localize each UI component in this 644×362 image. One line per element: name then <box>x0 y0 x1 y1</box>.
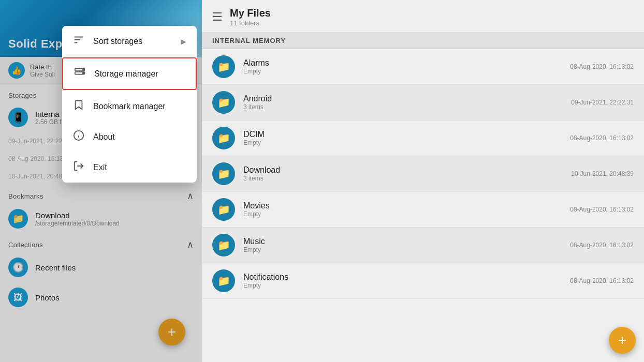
exit-icon <box>72 160 85 174</box>
file-date: 08-Aug-2020, 16:13:02 <box>570 277 634 284</box>
about-icon <box>72 130 85 144</box>
about-label: About <box>93 132 115 142</box>
sort-arrow-icon: ▶ <box>181 37 186 46</box>
folder-icon: 📁 <box>212 91 235 114</box>
storage-manager-icon <box>74 67 86 81</box>
storage-manager-label: Storage manager <box>94 69 158 79</box>
file-row[interactable]: 📁 Download 3 items 10-Jun-2021, 20:48:39 <box>202 156 644 192</box>
folder-icon: 📁 <box>212 127 235 149</box>
file-name: Music <box>243 237 562 246</box>
exit-label: Exit <box>93 163 107 172</box>
folder-icon: 📁 <box>212 269 235 292</box>
file-meta: Empty <box>243 139 562 146</box>
file-row[interactable]: 📁 Movies Empty 08-Aug-2020, 16:13:02 <box>202 192 644 228</box>
folder-icon: 📁 <box>212 198 235 221</box>
file-name: Movies <box>243 201 562 210</box>
folder-icon: 📁 <box>212 234 235 257</box>
file-meta: Empty <box>243 68 562 75</box>
file-meta: Empty <box>243 282 562 289</box>
svg-point-5 <box>83 69 84 70</box>
file-row[interactable]: 📁 Android 3 items 09-Jun-2021, 22:22:31 <box>202 85 644 120</box>
hamburger-icon[interactable]: ☰ <box>212 10 223 24</box>
sidebar: Solid Exp 👍 Rate th Give Soli Storages 📱… <box>0 0 202 362</box>
file-name: Android <box>243 94 563 103</box>
file-name: Download <box>243 165 563 175</box>
add-button[interactable]: + <box>609 327 636 354</box>
internal-memory-banner: INTERNAL MEMORY <box>202 33 644 49</box>
folder-icon: 📁 <box>212 162 235 185</box>
menu-item-exit[interactable]: Exit <box>62 152 197 183</box>
file-date: 09-Jun-2021, 22:22:31 <box>571 99 634 106</box>
main-title: My Files <box>230 7 271 19</box>
file-name: Alarms <box>243 58 562 68</box>
file-date: 08-Aug-2020, 16:13:02 <box>570 63 634 70</box>
main-subtitle: 11 folders <box>230 19 271 27</box>
menu-item-storage[interactable]: Storage manager <box>62 57 197 90</box>
context-menu: Sort storages ▶ Storage manager <box>62 26 197 183</box>
main-header: ☰ My Files 11 folders <box>202 0 644 33</box>
file-meta: Empty <box>243 246 562 253</box>
svg-point-6 <box>83 72 84 73</box>
file-list: 📁 Alarms Empty 08-Aug-2020, 16:13:02 📁 A… <box>202 49 644 362</box>
menu-item-bookmark[interactable]: Bookmark manager <box>62 91 197 122</box>
sort-icon <box>72 34 85 48</box>
file-name: DCIM <box>243 130 562 139</box>
sort-label: Sort storages <box>93 37 142 46</box>
file-row[interactable]: 📁 DCIM Empty 08-Aug-2020, 16:13:02 <box>202 120 644 156</box>
file-date: 08-Aug-2020, 16:13:02 <box>570 206 634 213</box>
file-row[interactable]: 📁 Alarms Empty 08-Aug-2020, 16:13:02 <box>202 49 644 85</box>
folder-icon: 📁 <box>212 55 235 78</box>
file-meta: Empty <box>243 210 562 218</box>
file-meta: 3 items <box>243 103 563 111</box>
file-row[interactable]: 📁 Notifications Empty 08-Aug-2020, 16:13… <box>202 263 644 299</box>
file-date: 08-Aug-2020, 16:13:02 <box>570 242 634 249</box>
file-row[interactable]: 📁 Music Empty 08-Aug-2020, 16:13:02 <box>202 228 644 263</box>
file-date: 08-Aug-2020, 16:13:02 <box>570 134 634 142</box>
main-panel: ☰ My Files 11 folders INTERNAL MEMORY 📁 … <box>202 0 644 362</box>
menu-item-about[interactable]: About <box>62 122 197 152</box>
bookmark-manager-label: Bookmark manager <box>93 102 166 111</box>
file-meta: 3 items <box>243 175 563 182</box>
file-date: 10-Jun-2021, 20:48:39 <box>571 170 634 177</box>
menu-item-sort[interactable]: Sort storages ▶ <box>62 26 197 56</box>
file-name: Notifications <box>243 273 562 282</box>
bookmark-manager-icon <box>72 99 85 113</box>
